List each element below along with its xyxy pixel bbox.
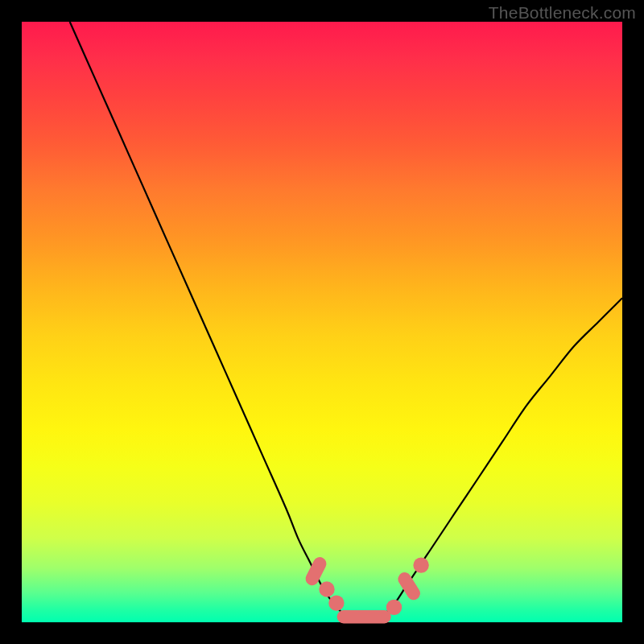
valley-marker-capsule — [337, 610, 391, 623]
valley-markers — [303, 555, 429, 623]
valley-marker-dot — [413, 557, 428, 572]
watermark-text: TheBottleneck.com — [489, 3, 636, 23]
bottleneck-curve-svg — [22, 22, 622, 622]
outer-frame: TheBottleneck.com — [0, 0, 644, 644]
valley-marker-dot — [319, 581, 334, 597]
plot-area — [22, 22, 622, 622]
curve-left-branch — [70, 22, 346, 617]
valley-marker-dot — [328, 595, 344, 610]
valley-marker-dot — [386, 600, 402, 615]
